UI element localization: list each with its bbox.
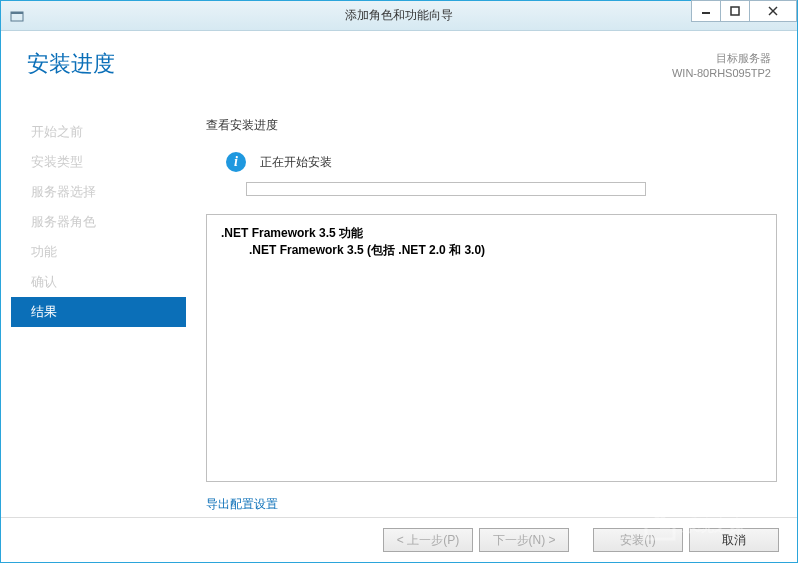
target-server-label: 目标服务器 xyxy=(672,51,771,66)
maximize-button[interactable] xyxy=(720,0,750,22)
status-row: i 正在开始安装 xyxy=(206,152,777,172)
window-title: 添加角色和功能向导 xyxy=(1,7,797,24)
prev-button: < 上一步(P) xyxy=(383,528,473,552)
detail-line-1: .NET Framework 3.5 功能 xyxy=(221,225,762,242)
sidebar-item-server-roles: 服务器角色 xyxy=(11,207,186,237)
sidebar-item-server-select: 服务器选择 xyxy=(11,177,186,207)
next-button: 下一步(N) > xyxy=(479,528,569,552)
main-panel: 查看安装进度 i 正在开始安装 .NET Framework 3.5 功能 .N… xyxy=(186,109,787,517)
footer: < 上一步(P) 下一步(N) > 安装(I) 取消 xyxy=(1,517,797,562)
page-title: 安装进度 xyxy=(27,49,115,79)
body: 安装进度 目标服务器 WIN-80RHS095TP2 开始之前 安装类型 服务器… xyxy=(1,31,797,562)
svg-rect-3 xyxy=(731,7,739,15)
window-controls xyxy=(692,0,797,22)
app-icon xyxy=(9,8,25,24)
section-label: 查看安装进度 xyxy=(206,117,777,134)
sidebar-item-results: 结果 xyxy=(11,297,186,327)
sidebar-item-before-begin: 开始之前 xyxy=(11,117,186,147)
sidebar-item-features: 功能 xyxy=(11,237,186,267)
minimize-button[interactable] xyxy=(691,0,721,22)
sidebar: 开始之前 安装类型 服务器选择 服务器角色 功能 确认 结果 xyxy=(11,109,186,517)
minimize-icon xyxy=(701,6,711,16)
detail-line-2: .NET Framework 3.5 (包括 .NET 2.0 和 3.0) xyxy=(221,242,762,259)
wizard-window: 添加角色和功能向导 安装进度 目标服务器 WIN-80RHS095TP2 开始之… xyxy=(0,0,798,563)
info-icon: i xyxy=(226,152,246,172)
svg-rect-1 xyxy=(11,12,23,14)
target-server: 目标服务器 WIN-80RHS095TP2 xyxy=(672,51,771,82)
details-box: .NET Framework 3.5 功能 .NET Framework 3.5… xyxy=(206,214,777,482)
status-text: 正在开始安装 xyxy=(260,154,332,171)
close-icon xyxy=(768,6,778,16)
button-gap xyxy=(575,528,587,552)
content: 开始之前 安装类型 服务器选择 服务器角色 功能 确认 结果 查看安装进度 i … xyxy=(1,109,797,517)
titlebar: 添加角色和功能向导 xyxy=(1,1,797,31)
header: 安装进度 目标服务器 WIN-80RHS095TP2 xyxy=(1,31,797,109)
sidebar-item-install-type: 安装类型 xyxy=(11,147,186,177)
cancel-button[interactable]: 取消 xyxy=(689,528,779,552)
progress-bar xyxy=(246,182,646,196)
install-button: 安装(I) xyxy=(593,528,683,552)
sidebar-item-confirm: 确认 xyxy=(11,267,186,297)
close-button[interactable] xyxy=(749,0,797,22)
export-config-link[interactable]: 导出配置设置 xyxy=(206,496,777,513)
maximize-icon xyxy=(730,6,740,16)
target-server-value: WIN-80RHS095TP2 xyxy=(672,66,771,81)
